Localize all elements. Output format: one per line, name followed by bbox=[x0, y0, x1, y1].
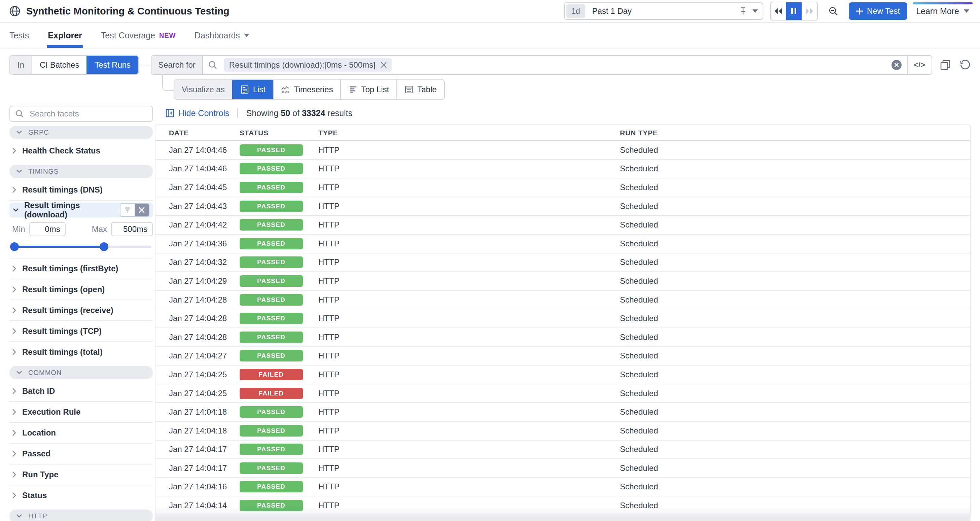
status-badge: PASSED bbox=[240, 481, 303, 492]
visualize-timeseries-button[interactable]: Timeseries bbox=[273, 80, 340, 99]
collapse-panel-icon bbox=[165, 109, 174, 118]
slider-handle-min[interactable] bbox=[10, 242, 19, 251]
scope-test-runs-button[interactable]: Test Runs bbox=[86, 56, 138, 74]
cell-run-type: Scheduled bbox=[620, 164, 970, 173]
chevron-right-icon bbox=[12, 429, 16, 436]
facet-item-run-type[interactable]: Run Type bbox=[10, 464, 153, 484]
filter-chip[interactable]: Result timings (download):[0ms - 500ms] bbox=[224, 58, 392, 72]
cell-type: HTTP bbox=[318, 464, 620, 473]
time-range-caret-icon[interactable] bbox=[752, 10, 758, 13]
visualize-top-list-button[interactable]: Top List bbox=[340, 80, 396, 99]
column-header-date[interactable]: DATE bbox=[169, 129, 240, 137]
tab-test-coverage[interactable]: Test Coverage NEW bbox=[101, 23, 176, 48]
learn-more-menu[interactable]: Learn More bbox=[914, 2, 971, 20]
cell-date: Jan 27 14:04:18 bbox=[169, 426, 240, 435]
slider-handle-max[interactable] bbox=[100, 242, 108, 251]
table-row[interactable]: Jan 27 14:04:18 PASSED HTTP Scheduled bbox=[156, 422, 970, 441]
table-bottom-strip bbox=[155, 515, 970, 521]
clear-search-icon[interactable] bbox=[891, 60, 902, 70]
cell-run-type: Scheduled bbox=[620, 426, 970, 435]
table-row[interactable]: Jan 27 14:04:36 PASSED HTTP Scheduled bbox=[156, 234, 970, 253]
table-row[interactable]: Jan 27 14:04:18 PASSED HTTP Scheduled bbox=[156, 403, 970, 422]
table-row[interactable]: Jan 27 14:04:29 PASSED HTTP Scheduled bbox=[156, 272, 970, 291]
restore-default-button[interactable] bbox=[960, 60, 970, 70]
rewind-button[interactable] bbox=[771, 2, 786, 20]
scope-ci-batches-button[interactable]: CI Batches bbox=[32, 56, 86, 74]
cell-run-type: Scheduled bbox=[620, 145, 970, 155]
chevron-right-icon bbox=[12, 492, 16, 499]
facet-group-grpc[interactable]: GRPC bbox=[10, 126, 153, 139]
learn-more-caret-icon bbox=[964, 10, 969, 13]
min-label: Min bbox=[12, 225, 25, 234]
facet-item-result-timings-tcp[interactable]: Result timings (TCP) bbox=[10, 321, 153, 341]
visualize-list-button[interactable]: List bbox=[232, 80, 273, 99]
cell-run-type: Scheduled bbox=[620, 295, 970, 304]
min-input[interactable] bbox=[29, 222, 65, 236]
facet-item-result-timings-total[interactable]: Result timings (total) bbox=[10, 342, 153, 362]
table-row[interactable]: Jan 27 14:04:28 PASSED HTTP Scheduled bbox=[156, 291, 970, 310]
table-row[interactable]: Jan 27 14:04:25 FAILED HTTP Scheduled bbox=[156, 384, 970, 403]
table-row[interactable]: Jan 27 14:04:42 PASSED HTTP Scheduled bbox=[156, 216, 970, 234]
status-badge: PASSED bbox=[240, 163, 303, 174]
table-row[interactable]: Jan 27 14:04:46 PASSED HTTP Scheduled bbox=[156, 160, 970, 179]
facet-filter-clear-button[interactable] bbox=[135, 204, 149, 216]
table-row[interactable]: Jan 27 14:04:32 PASSED HTTP Scheduled bbox=[156, 253, 970, 272]
table-row[interactable]: Jan 27 14:04:16 PASSED HTTP Scheduled bbox=[156, 478, 970, 497]
facet-item-location[interactable]: Location bbox=[10, 423, 153, 443]
facet-group-timings[interactable]: TIMINGS bbox=[10, 165, 153, 178]
facet-item-result-timings-firstbyte[interactable]: Result timings (firstByte) bbox=[10, 258, 153, 279]
facet-search-input[interactable] bbox=[28, 108, 147, 119]
facet-item-passed[interactable]: Passed bbox=[10, 444, 153, 464]
table-row[interactable]: Jan 27 14:04:25 FAILED HTTP Scheduled bbox=[156, 365, 970, 384]
fast-forward-button[interactable] bbox=[802, 2, 817, 20]
filter-chip-remove-icon[interactable] bbox=[381, 62, 387, 68]
facet-item-execution-rule[interactable]: Execution Rule bbox=[10, 402, 153, 422]
table-row[interactable]: Jan 27 14:04:45 PASSED HTTP Scheduled bbox=[156, 178, 970, 197]
facet-group-common[interactable]: COMMON bbox=[10, 366, 153, 379]
cell-run-type: Scheduled bbox=[620, 407, 970, 417]
facet-item-batch-id[interactable]: Batch ID bbox=[10, 381, 153, 401]
facet-item-result-timings-receive[interactable]: Result timings (receive) bbox=[10, 300, 153, 320]
column-header-run-type[interactable]: RUN TYPE bbox=[620, 129, 970, 137]
cell-run-type: Scheduled bbox=[620, 482, 970, 491]
facet-item-health-check-status[interactable]: Health Check Status bbox=[10, 141, 153, 161]
table-row[interactable]: Jan 27 14:04:46 PASSED HTTP Scheduled bbox=[156, 141, 970, 160]
code-view-toggle[interactable]: </> bbox=[907, 56, 932, 74]
table-row[interactable]: Jan 27 14:04:17 PASSED HTTP Scheduled bbox=[156, 459, 970, 478]
visualize-table-button[interactable]: Table bbox=[396, 80, 444, 99]
facet-item-result-timings-open[interactable]: Result timings (open) bbox=[10, 279, 153, 300]
table-row[interactable]: Jan 27 14:04:27 PASSED HTTP Scheduled bbox=[156, 347, 970, 366]
facet-filter-button[interactable] bbox=[121, 204, 135, 216]
facet-item-result-timings-download[interactable]: Result timings (download) bbox=[10, 202, 153, 217]
facet-group-http[interactable]: HTTP bbox=[10, 510, 153, 521]
table-row[interactable]: Jan 27 14:04:28 PASSED HTTP Scheduled bbox=[156, 328, 970, 347]
cell-type: HTTP bbox=[318, 183, 620, 192]
table-row[interactable]: Jan 27 14:04:14 PASSED HTTP Scheduled bbox=[156, 496, 970, 515]
copy-button[interactable] bbox=[940, 60, 950, 70]
tab-tests[interactable]: Tests bbox=[10, 23, 29, 48]
pin-icon[interactable] bbox=[739, 7, 747, 16]
cell-run-type: Scheduled bbox=[620, 333, 970, 342]
chevron-right-icon bbox=[12, 265, 16, 272]
new-test-button[interactable]: New Test bbox=[849, 2, 907, 20]
tab-dashboards[interactable]: Dashboards bbox=[194, 23, 250, 48]
table-row[interactable]: Jan 27 14:04:28 PASSED HTTP Scheduled bbox=[156, 309, 970, 328]
table-row[interactable]: Jan 27 14:04:17 PASSED HTTP Scheduled bbox=[156, 441, 970, 459]
cell-run-type: Scheduled bbox=[620, 351, 970, 360]
search-bar[interactable]: Search for Result timings (download):[0m… bbox=[151, 55, 932, 75]
column-header-status[interactable]: STATUS bbox=[240, 129, 318, 137]
max-input[interactable] bbox=[111, 222, 153, 236]
tab-explorer[interactable]: Explorer bbox=[48, 23, 82, 48]
table-row[interactable]: Jan 27 14:04:43 PASSED HTTP Scheduled bbox=[156, 197, 970, 216]
timeseries-icon bbox=[281, 85, 290, 94]
time-range-selector[interactable]: 1d Past 1 Day bbox=[564, 2, 763, 20]
pause-button[interactable] bbox=[786, 2, 802, 20]
facet-search-box[interactable] bbox=[10, 106, 153, 122]
facet-item-result-timings-dns[interactable]: Result timings (DNS) bbox=[10, 180, 153, 200]
search-icon bbox=[16, 110, 24, 118]
column-header-type[interactable]: TYPE bbox=[318, 129, 620, 137]
facet-item-status[interactable]: Status bbox=[10, 485, 153, 505]
hide-controls-button[interactable]: Hide Controls bbox=[165, 108, 229, 118]
zoom-out-button[interactable] bbox=[824, 2, 842, 20]
visualize-row: Visualize as List Timeseries bbox=[173, 80, 445, 100]
